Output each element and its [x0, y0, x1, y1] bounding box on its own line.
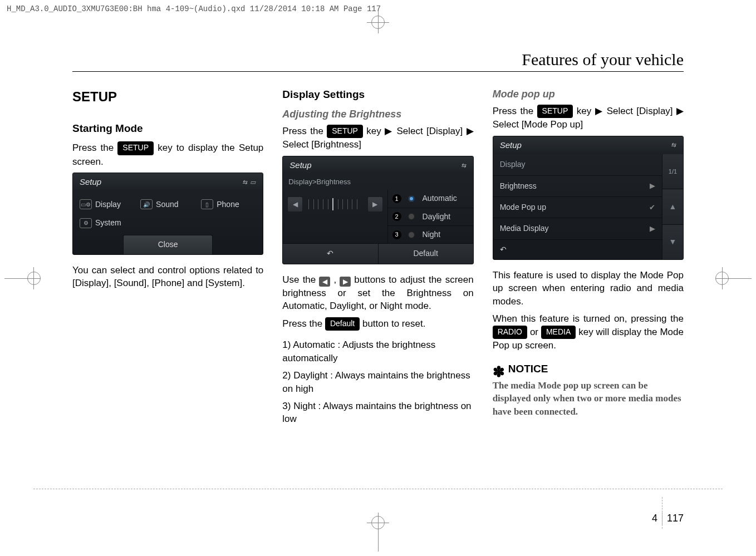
p-modepopup-keys: When this feature is turned on, pressing… [493, 312, 684, 352]
row-media-display[interactable]: Media Display ▶ [493, 218, 662, 239]
ss-titlebar: Setup ⇆ ▭ [73, 173, 263, 191]
text-fragment: Select [Display] [396, 126, 466, 136]
list-item-1: 1) Automatic : Adjusts the brightness au… [282, 338, 473, 365]
screenshot-setup-main: Setup ⇆ ▭ ▭⚙ Display 🔊 Sound [72, 173, 263, 255]
system-icon: ⚙ [80, 218, 92, 228]
column-2: Display Settings Adjusting the Brightnes… [282, 87, 473, 430]
option-label: Daylight [423, 211, 451, 222]
row-label: Media Display [500, 223, 549, 234]
option-label: Automatic [423, 193, 457, 204]
chevron-right-icon: ▶ [650, 181, 655, 191]
heading-display-settings: Display Settings [282, 87, 473, 102]
heading-adjust-brightness: Adjusting the Brightness [282, 107, 473, 121]
ss-breadcrumb: Display>Brightness [283, 175, 473, 190]
option-daylight[interactable]: 2 Daylight [388, 208, 473, 225]
ss-header-row: Display [493, 154, 662, 175]
option-night[interactable]: 3 Night [388, 225, 473, 243]
brightness-slider[interactable] [308, 199, 361, 209]
brightness-increase-button[interactable]: ▶ [367, 196, 383, 212]
page-indicator: 1/1 [662, 154, 683, 189]
ss-tile-sound[interactable]: 🔊 Sound [139, 197, 197, 212]
radio-icon [408, 232, 415, 238]
option-automatic[interactable]: 1 Automatic [388, 190, 473, 207]
brightness-decrease-button[interactable]: ◀ [287, 196, 303, 212]
radio-icon [408, 213, 415, 220]
p-modepopup-desc: This feature is used to display the Mode… [493, 269, 684, 308]
ss-back-button[interactable]: ↶ [283, 244, 378, 263]
text-fragment: When this feature is turned on, pressing… [493, 313, 684, 324]
crop-mark-left [4, 267, 41, 289]
back-icon: ↶ [500, 245, 507, 254]
ss-close-button[interactable]: Close [123, 235, 213, 254]
text-fragment: Press the [282, 318, 325, 329]
text-fragment: key [363, 126, 381, 136]
phone-icon: ▯ [201, 199, 213, 209]
list-item-2: 2) Daylight : Always maintains the brigh… [282, 369, 473, 395]
scroll-up-button[interactable]: ▲ [662, 189, 683, 224]
ss-tile-label: Display [95, 199, 121, 210]
triangle-right-icon: ▶ [467, 126, 474, 136]
text-fragment: Select [Display] [607, 106, 676, 116]
callout-badge-2: 2 [392, 212, 401, 221]
text-fragment: Daylight : Always maintains the brightne… [282, 370, 470, 393]
p-brightness-use: Use the ◀ , ▶ buttons to adjust the scre… [282, 273, 473, 313]
ss-tile-system[interactable]: ⚙ System [78, 215, 136, 230]
row-brightness[interactable]: Brightness ▶ [493, 175, 662, 196]
text-fragment: Press the [493, 106, 537, 116]
page-number-value: 117 [662, 513, 684, 524]
row-mode-popup[interactable]: Mode Pop up ✔ [493, 196, 662, 218]
column-1: SETUP Starting Mode Press the SETUP key … [72, 87, 263, 430]
radio-key-pill: RADIO [493, 326, 527, 339]
print-file-header: H_MD_A3.0_AUDIO_3XMU7G3E00:BH hma 4-109~… [7, 4, 381, 13]
triangle-right-icon: ▶ [381, 126, 397, 136]
text-fragment: Automatic : Adjusts the brightness autom… [282, 339, 435, 363]
ss-title-text: Setup [500, 140, 522, 151]
row-label: Mode Pop up [500, 202, 546, 213]
check-icon: ✔ [649, 203, 655, 213]
setup-key-pill: SETUP [117, 141, 154, 155]
p-start-mode: Press the SETUP key to display the Setup… [72, 141, 263, 168]
ss-back-button[interactable]: ↶ [493, 239, 662, 259]
page-number: 4 117 [647, 513, 684, 524]
ss-tile-display[interactable]: ▭⚙ Display [78, 197, 136, 212]
crop-mark-right [715, 267, 752, 289]
chapter-number: 4 [647, 513, 662, 524]
column-3: Mode pop up Press the SETUP key ▶ Select… [493, 87, 684, 430]
p-default-reset: Press the Default button to reset. [282, 317, 473, 331]
back-icon: ↶ [327, 249, 333, 258]
list-item-3: 3) Night : Always maintains the brightne… [282, 400, 473, 426]
scroll-down-button[interactable]: ▼ [662, 225, 683, 259]
text-fragment: or [527, 327, 541, 337]
ss-default-button[interactable]: Default [379, 244, 473, 263]
triangle-right-icon: ▶ [591, 106, 607, 116]
ss-title-text: Setup [289, 160, 311, 171]
section-title: Features of your vehicle [72, 50, 684, 72]
ss-tile-label: Phone [217, 199, 239, 210]
text-fragment: key [573, 106, 591, 116]
ss-header-label: Display [500, 159, 526, 170]
ss-tile-label: System [95, 218, 121, 228]
chevron-right-icon: ▶ [650, 224, 655, 234]
p-start-mode-desc: You can select and control options relat… [72, 264, 263, 290]
ss-titlebar: Setup ⇆ [283, 156, 473, 175]
ss-title-text: Setup [80, 176, 101, 188]
callout-badge-1: 1 [392, 194, 401, 203]
right-button-icon: ▶ [340, 277, 351, 287]
ss-tile-label: Sound [156, 199, 178, 210]
notice-heading-text: NOTICE [508, 362, 548, 376]
heading-setup: SETUP [72, 87, 263, 106]
text-fragment: Press the [282, 126, 327, 136]
crop-mark-bottom [367, 513, 389, 552]
heading-starting-mode: Starting Mode [72, 121, 263, 136]
text-fragment: , [330, 274, 340, 285]
row-label: Brightness [500, 181, 537, 191]
display-icon: ▭⚙ [80, 199, 92, 209]
default-key-pill: Default [325, 317, 360, 331]
text-fragment: button to reset. [360, 318, 425, 329]
notice-body: The media Mode pop up screen can be disp… [493, 379, 684, 419]
page-content: Features of your vehicle SETUP Starting … [72, 50, 684, 498]
ss-tile-phone[interactable]: ▯ Phone [200, 197, 257, 212]
text-fragment: Night : Always maintains the brightness … [282, 401, 471, 424]
status-icons: ⇆ [671, 141, 676, 149]
crop-mark-top [367, 11, 389, 33]
